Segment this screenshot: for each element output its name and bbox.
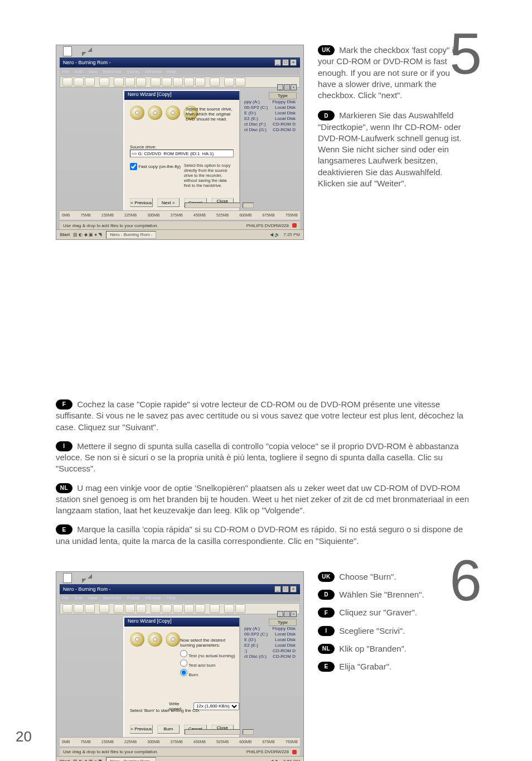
window-controls: _ □ × — [274, 586, 297, 593]
toolbar-whats-this-icon[interactable] — [235, 604, 245, 613]
toolbar-button[interactable] — [85, 604, 95, 613]
radio-test[interactable]: Test (no actual burning) — [180, 650, 235, 658]
toolbar-button[interactable] — [184, 604, 194, 613]
menu-view[interactable]: View — [88, 69, 98, 74]
toolbar-button[interactable] — [99, 604, 109, 613]
maximize-icon[interactable]: □ — [282, 59, 289, 66]
toolbar-button[interactable] — [74, 604, 84, 613]
minimize-icon[interactable]: _ — [277, 611, 283, 617]
toolbar-button[interactable] — [62, 604, 72, 613]
toolbar-button[interactable] — [74, 78, 84, 86]
close-icon[interactable]: × — [291, 611, 297, 617]
menu-extras[interactable]: Extras — [127, 595, 140, 600]
step5-lower-column: F Cochez la case "Copie rapide" si votre… — [56, 399, 471, 547]
page-number: 20 — [16, 728, 32, 745]
horizontal-scrollbar[interactable] — [185, 729, 240, 735]
toolbar-button[interactable] — [114, 78, 124, 86]
horizontal-scrollbar[interactable] — [185, 203, 240, 208]
start-button[interactable]: Start — [60, 759, 70, 761]
toolbar-button[interactable] — [195, 604, 205, 613]
drive-row: 00-SP2 (C:)Local Disk — [243, 105, 297, 110]
toolbar-button[interactable] — [125, 604, 135, 613]
toolbar-button[interactable] — [136, 604, 146, 613]
toolbar-help-icon[interactable] — [224, 78, 234, 86]
menu-help[interactable]: Help — [167, 69, 176, 74]
menu-window[interactable]: Window — [145, 595, 161, 600]
toolbar-button[interactable] — [136, 78, 146, 86]
toolbar-button[interactable] — [151, 78, 161, 86]
step6-right-column: UK Choose "Burn". D Wählen Sie "Brennen"… — [318, 571, 463, 673]
menu-file[interactable]: File — [62, 595, 69, 600]
menu-help[interactable]: Help — [167, 595, 176, 600]
toolbar-button[interactable] — [99, 78, 109, 86]
maximize-icon[interactable]: □ — [284, 611, 290, 617]
toolbar-button[interactable] — [195, 78, 205, 86]
drive-row: ct Disc (G:)CD-ROM D — [243, 654, 297, 659]
burn-button[interactable]: Burn — [157, 725, 180, 734]
toolbar-help-icon[interactable] — [224, 604, 234, 613]
toolbar-button[interactable] — [125, 78, 135, 86]
type-column-header: Type — [269, 619, 297, 626]
fast-copy-checkbox[interactable]: Fast copy (on-the-fly) — [130, 163, 181, 188]
maximize-icon[interactable]: □ — [282, 586, 289, 593]
menu-edit[interactable]: Edit — [75, 595, 83, 600]
window-controls: _ □ × — [274, 59, 297, 66]
close-icon[interactable]: × — [290, 586, 297, 593]
previous-button[interactable]: < Previous — [130, 725, 153, 734]
maximize-icon[interactable]: □ — [284, 84, 290, 90]
close-icon[interactable]: × — [291, 84, 297, 90]
close-icon[interactable]: × — [290, 59, 297, 66]
source-drive-dropdown[interactable] — [130, 150, 234, 157]
disc-icon — [166, 632, 180, 647]
recorder-led-icon — [292, 223, 297, 228]
menu-view[interactable]: View — [88, 595, 98, 600]
instruction-f: F Cochez la case "Copie rapide" si votre… — [56, 399, 471, 433]
wizard-body: Now select the desired burning parameter… — [124, 627, 239, 738]
instruction-uk: UK Choose "Burn". — [318, 571, 463, 582]
select-source-text: Select the source drive, from which the … — [186, 107, 235, 122]
radio-test-burn[interactable]: Test and burn — [180, 659, 235, 668]
taskbar: Start ▧ ◐ ◆ ▣ ● ◥ Nero - Burning Rom - ◀… — [56, 756, 303, 761]
toolbar-button[interactable] — [62, 78, 72, 86]
menu-recorder[interactable]: Recorder — [103, 595, 122, 600]
menu-extras[interactable]: Extras — [127, 69, 140, 74]
menu-recorder[interactable]: Recorder — [103, 69, 122, 74]
select-burn-text: Select 'Burn' to start writing the CD. — [130, 708, 200, 713]
doc-icon — [63, 573, 72, 583]
horizontal-scrollbar[interactable] — [243, 729, 254, 735]
toolbar-button[interactable] — [151, 604, 161, 613]
recycle-arrows-icon — [81, 572, 93, 584]
taskbar-app-button[interactable]: Nero - Burning Rom - — [106, 757, 156, 761]
write-speed-dropdown[interactable]: 12x (1,800 KB/s) — [194, 702, 239, 710]
toolbar-button[interactable] — [210, 604, 220, 613]
toolbar-button[interactable] — [210, 78, 220, 86]
manual-page: 5 Nero - Burning Rom - _ □ × File Edit — [0, 0, 532, 761]
wizard-dialog: Nero Wizard [Copy] Select the source dri… — [123, 90, 240, 213]
horizontal-scrollbar[interactable] — [243, 203, 254, 208]
minimize-icon[interactable]: _ — [274, 586, 281, 593]
next-button[interactable]: Next > — [157, 198, 180, 207]
toolbar-button[interactable] — [114, 604, 124, 613]
radio-burn[interactable]: Burn — [180, 669, 235, 677]
menu-edit[interactable]: Edit — [75, 69, 83, 74]
minimize-icon[interactable]: _ — [274, 59, 281, 66]
toolbar-button[interactable] — [162, 604, 172, 613]
start-button[interactable]: Start — [60, 232, 70, 237]
minimize-icon[interactable]: _ — [277, 84, 283, 90]
source-drive-label: Source drive: — [130, 145, 234, 150]
taskbar-app-button[interactable]: Nero - Burning Rom - — [106, 231, 156, 239]
toolbar-button[interactable] — [173, 604, 183, 613]
drive-row: E (D:)Local Disk — [243, 110, 297, 116]
toolbar-button[interactable] — [162, 78, 172, 86]
previous-button[interactable]: < Previous — [130, 198, 153, 207]
drive-panel-window-controls: _ □ × — [277, 611, 297, 617]
toolbar-button[interactable] — [184, 78, 194, 86]
clock: 7:25 PM — [283, 232, 300, 237]
toolbar-button[interactable] — [85, 78, 95, 86]
lang-chip-e: E — [56, 524, 72, 534]
toolbar-whats-this-icon[interactable] — [235, 78, 245, 86]
instruction-nl: NL U mag een vinkje voor de optie 'Snelk… — [56, 483, 471, 517]
toolbar-button[interactable] — [173, 78, 183, 86]
menu-window[interactable]: Window — [145, 69, 161, 74]
menu-file[interactable]: File — [62, 69, 69, 74]
